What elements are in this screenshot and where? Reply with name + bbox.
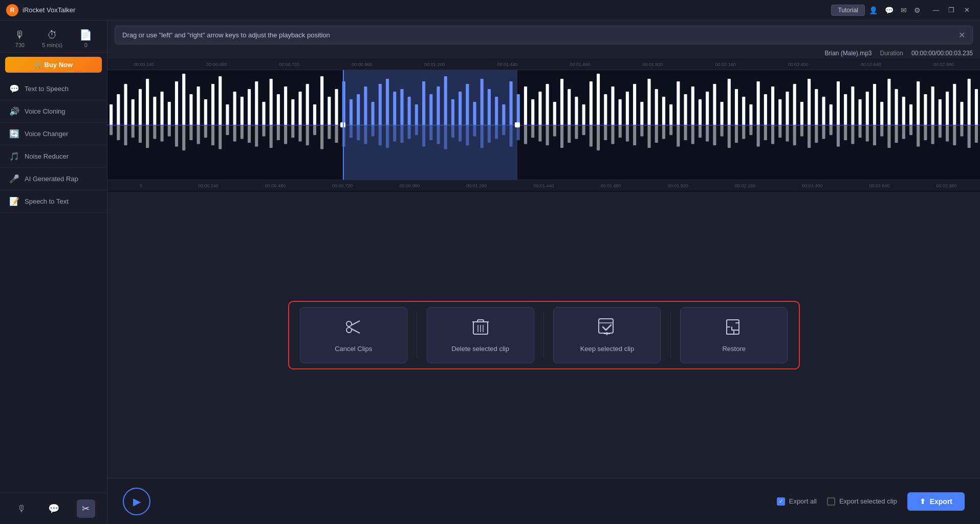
svg-rect-1 (110, 125, 113, 135)
keep-clip-button[interactable]: Keep selected clip (553, 307, 661, 363)
maximize-button[interactable]: ❐ (944, 3, 959, 17)
export-btn-label: Export (930, 497, 952, 506)
sidebar-item-voice-changer[interactable]: 🔄 Voice Changer (0, 123, 107, 145)
keep-clip-icon (598, 318, 616, 340)
restore-button[interactable]: Restore (680, 307, 788, 363)
titlebar: R iRocket VoxTalker Tutorial 👤 💬 ✉ ⚙ — ❐… (0, 0, 980, 20)
export-all-checkbox[interactable]: ✓ (777, 497, 785, 506)
titlebar-right: Tutorial 👤 💬 ✉ ⚙ — ❐ ✕ (831, 3, 974, 17)
svg-rect-161 (691, 125, 694, 144)
svg-rect-127 (568, 125, 571, 143)
svg-rect-136 (604, 94, 607, 125)
svg-rect-83 (408, 125, 411, 139)
sidebar-item-noise-reducer[interactable]: 🎵 Noise Reducer (0, 145, 107, 168)
svg-rect-183 (771, 125, 774, 144)
tooltip-close-button[interactable]: ✕ (959, 30, 965, 40)
trash-icon (472, 318, 489, 340)
svg-rect-78 (393, 92, 396, 125)
svg-rect-96 (459, 92, 462, 125)
svg-rect-180 (764, 94, 767, 125)
close-button[interactable]: ✕ (960, 3, 974, 17)
minimize-button[interactable]: — (929, 3, 943, 17)
play-button[interactable]: ▶ (123, 488, 150, 515)
chat-icon[interactable]: 💬 (885, 6, 894, 14)
svg-rect-225 (924, 125, 927, 140)
svg-rect-112 (517, 94, 520, 125)
svg-rect-43 (262, 125, 265, 137)
chat-button[interactable]: 💬 (45, 499, 63, 518)
filename-label: Brian (Male).mp3 (824, 50, 872, 57)
time-icon: ⏱ (47, 29, 57, 41)
mail-icon[interactable]: ✉ (901, 6, 907, 14)
svg-rect-77 (386, 125, 389, 148)
waveform-container[interactable]: 00:00.240 00:00.480 00:00.720 00:00.960 … (107, 59, 980, 192)
waveform-canvas[interactable] (107, 70, 980, 180)
titlebar-left: R iRocket VoxTalker (6, 4, 75, 16)
svg-rect-160 (691, 86, 694, 125)
user-icon[interactable]: 👤 (869, 6, 878, 14)
svg-rect-235 (960, 125, 963, 137)
export-icon: ⬆ (920, 497, 926, 506)
waveform-header: Brian (Male).mp3 Duration 00:00:00/00:00… (107, 48, 980, 59)
svg-rect-194 (815, 89, 818, 125)
svg-rect-88 (429, 94, 432, 125)
svg-rect-68 (357, 94, 360, 125)
sidebar-item-label: Voice Changer (25, 130, 68, 138)
tick: 00:02.400 (779, 183, 846, 188)
svg-rect-7 (132, 125, 135, 138)
svg-rect-168 (721, 102, 724, 125)
scissors-button[interactable]: ✂ (77, 499, 95, 518)
tick: 00:02.160 (689, 62, 762, 67)
divider (417, 312, 417, 358)
svg-rect-208 (866, 92, 869, 125)
svg-rect-231 (946, 125, 949, 142)
duration-label: Duration (880, 50, 903, 57)
svg-rect-117 (531, 125, 534, 138)
svg-rect-24 (197, 86, 200, 125)
svg-rect-19 (175, 125, 178, 147)
drag-handle-right[interactable] (515, 122, 520, 127)
svg-rect-171 (728, 125, 731, 148)
export-selected-checkbox[interactable] (827, 497, 835, 506)
cancel-clips-button[interactable]: Cancel Clips (300, 307, 407, 363)
mic-button[interactable]: 🎙 (12, 499, 31, 518)
sidebar-item-voice-cloning[interactable]: 🔊 Voice Cloning (0, 100, 107, 123)
tick: 00:00.720 (253, 62, 325, 67)
svg-rect-128 (575, 97, 578, 125)
sidebar-item-text-to-speech[interactable]: 💬 Text to Speech (0, 78, 107, 100)
waveform-svg (107, 70, 980, 180)
sidebar-item-ai-rap[interactable]: 🎤 AI Generated Rap (0, 168, 107, 190)
stat-credits: 🎙 730 (15, 29, 25, 48)
svg-rect-52 (298, 92, 301, 125)
sidebar-item-label: Voice Cloning (25, 107, 66, 115)
svg-rect-55 (306, 125, 309, 145)
svg-rect-155 (669, 125, 672, 135)
divider (670, 312, 671, 358)
svg-rect-139 (611, 125, 614, 144)
svg-rect-100 (473, 102, 476, 125)
svg-rect-57 (313, 125, 316, 135)
export-selected-label: Export selected clip (839, 497, 897, 505)
svg-rect-20 (182, 74, 185, 125)
sidebar-item-speech-to-text[interactable]: 📝 Speech to Text (0, 190, 107, 213)
settings-icon[interactable]: ⚙ (914, 6, 921, 14)
svg-rect-165 (706, 125, 709, 142)
svg-rect-192 (808, 79, 811, 125)
svg-line-243 (351, 329, 360, 333)
app-title: iRocket VoxTalker (23, 6, 75, 14)
svg-rect-190 (800, 102, 803, 125)
drag-handle-left[interactable] (340, 122, 345, 127)
docs-icon: 📄 (79, 29, 92, 41)
svg-rect-28 (211, 84, 214, 125)
svg-rect-102 (481, 79, 484, 125)
export-button[interactable]: ⬆ Export (907, 492, 965, 511)
svg-rect-82 (408, 97, 411, 125)
svg-rect-76 (386, 79, 389, 125)
svg-rect-109 (502, 125, 505, 135)
delete-clip-button[interactable]: Delete selected clip (427, 307, 534, 363)
tutorial-button[interactable]: Tutorial (831, 5, 865, 16)
svg-rect-53 (298, 125, 301, 142)
buy-now-button[interactable]: 🛒 Buy Now (5, 57, 102, 73)
svg-rect-134 (597, 74, 600, 125)
action-panel: Cancel Clips (288, 301, 800, 369)
